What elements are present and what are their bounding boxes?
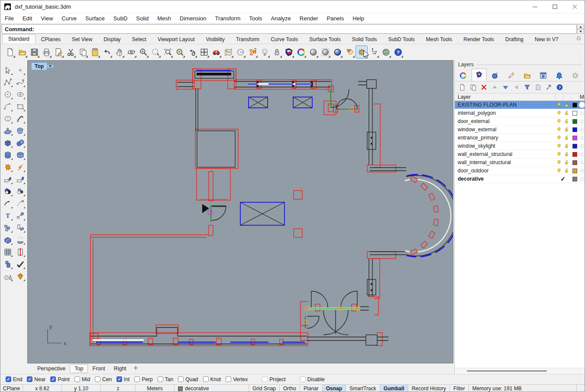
status-toggle-planar[interactable]: Planar bbox=[300, 385, 323, 392]
panel-tab-web-icon[interactable] bbox=[488, 70, 503, 81]
patch-tool-icon[interactable] bbox=[15, 125, 26, 136]
spheres-tool-icon[interactable] bbox=[15, 137, 26, 148]
freeform-tool-icon[interactable] bbox=[15, 113, 26, 124]
layer-state-icon[interactable] bbox=[246, 45, 259, 58]
point-tool-icon[interactable] bbox=[15, 65, 26, 75]
osnap-point-checkbox[interactable] bbox=[50, 376, 56, 382]
layer-row-internal-polygon[interactable]: internal_polygon bbox=[455, 109, 585, 117]
layer-color-swatch[interactable] bbox=[571, 111, 579, 116]
menu-transform[interactable]: Transform bbox=[210, 14, 245, 23]
earth-icon[interactable] bbox=[380, 45, 392, 58]
osnap-cen[interactable]: Cen bbox=[95, 376, 112, 382]
menu-subd[interactable]: SubD bbox=[109, 14, 132, 23]
layer-lock-icon[interactable] bbox=[563, 110, 571, 116]
menu-analyze[interactable]: Analyze bbox=[267, 14, 295, 23]
layer-material-icon[interactable] bbox=[579, 111, 585, 116]
lock-icon[interactable] bbox=[271, 45, 283, 58]
edit-document-icon[interactable] bbox=[52, 45, 65, 58]
toolbar-tab-subd-tools[interactable]: SubD Tools bbox=[383, 35, 420, 44]
cylinder-tool-icon[interactable] bbox=[2, 149, 13, 160]
layer-row-wall-external-structural[interactable]: wall_external_structural bbox=[455, 150, 585, 159]
osnap-mid-checkbox[interactable] bbox=[74, 376, 80, 382]
polygon-tool-icon[interactable] bbox=[2, 113, 13, 124]
sundae-icon[interactable] bbox=[343, 45, 356, 58]
menu-tools[interactable]: Tools bbox=[245, 14, 266, 23]
layer-row-window-external[interactable]: window_external bbox=[455, 126, 585, 134]
extrude-tool-icon[interactable] bbox=[15, 234, 26, 245]
toolbar-tab-visibility[interactable]: Visibility bbox=[200, 35, 230, 44]
toolbar-tab-solid-tools[interactable]: Solid Tools bbox=[346, 35, 383, 44]
osnap-tan[interactable]: Tan bbox=[158, 376, 173, 382]
fillet-tool-icon[interactable] bbox=[2, 174, 13, 185]
viewport-top[interactable]: Top bbox=[27, 60, 453, 363]
new-document-icon[interactable] bbox=[4, 45, 16, 58]
floor-plan-drawing[interactable]: y x bbox=[28, 61, 453, 363]
osnap-vertex[interactable]: Vertex bbox=[226, 376, 248, 382]
panel-tab-layers-icon[interactable] bbox=[472, 68, 487, 81]
solid-tool-icon[interactable] bbox=[2, 234, 13, 245]
viewport-tab-right[interactable]: Right bbox=[110, 365, 131, 373]
balls2-tool-icon[interactable] bbox=[15, 186, 26, 197]
menu-surface[interactable]: Surface bbox=[81, 14, 109, 23]
panel-tab-display-wheel-icon[interactable] bbox=[456, 70, 471, 81]
toolbar-tab-surface-tools[interactable]: Surface Tools bbox=[304, 35, 346, 44]
layer-color-swatch[interactable] bbox=[571, 144, 579, 149]
layer-color-swatch[interactable] bbox=[571, 103, 579, 107]
spinner-down-icon[interactable] bbox=[577, 29, 584, 34]
spark-tool-icon[interactable] bbox=[15, 162, 26, 172]
delete-layer-icon[interactable] bbox=[479, 83, 488, 92]
layer-color-swatch[interactable] bbox=[571, 152, 579, 157]
cut-icon[interactable] bbox=[65, 45, 77, 58]
polyline-tool-icon[interactable] bbox=[2, 77, 13, 87]
status-active-layer[interactable]: decorative bbox=[175, 385, 249, 392]
osnap-end-checkbox[interactable] bbox=[6, 376, 11, 382]
toolbar-tab-drafting[interactable]: Drafting bbox=[500, 35, 529, 44]
layer-lock-icon[interactable] bbox=[563, 126, 571, 133]
command-history-spinner[interactable] bbox=[577, 24, 584, 34]
layer-material-icon[interactable] bbox=[579, 127, 585, 132]
surface-tool-icon[interactable] bbox=[2, 125, 13, 136]
minimize-button[interactable] bbox=[525, 0, 545, 13]
layer-lock-icon[interactable] bbox=[563, 151, 571, 157]
toolbar-tab-display[interactable]: Display bbox=[98, 35, 126, 44]
layer-visibility-bulb-icon[interactable] bbox=[555, 118, 563, 124]
circle-center-icon[interactable] bbox=[234, 45, 246, 58]
join-tool-icon[interactable] bbox=[2, 259, 13, 269]
balls-tool-icon[interactable] bbox=[2, 186, 13, 197]
osnap-mid[interactable]: Mid bbox=[74, 376, 90, 382]
print-icon[interactable] bbox=[40, 45, 52, 58]
osnap-cen-checkbox[interactable] bbox=[95, 376, 100, 382]
undo-view-icon[interactable] bbox=[186, 45, 198, 58]
ellipse-tool-icon[interactable] bbox=[15, 89, 26, 100]
layer-material-icon[interactable] bbox=[579, 160, 585, 165]
osnap-project-checkbox[interactable] bbox=[262, 376, 268, 382]
rhino-render-icon[interactable] bbox=[283, 45, 295, 58]
panel-tab-gear-icon[interactable] bbox=[568, 70, 583, 81]
osnap-end[interactable]: End bbox=[6, 376, 22, 382]
check-tool-icon[interactable] bbox=[15, 259, 26, 269]
rectangle-tool-icon[interactable] bbox=[15, 101, 26, 112]
split-tool-icon[interactable] bbox=[15, 246, 26, 257]
layer-material-icon[interactable] bbox=[579, 144, 585, 149]
toolbar-tab-cplanes[interactable]: CPlanes bbox=[36, 35, 66, 44]
layer-lock-icon[interactable] bbox=[563, 143, 571, 149]
copy-icon[interactable] bbox=[77, 45, 89, 58]
render-sphere-icon[interactable] bbox=[307, 45, 319, 58]
layer-visibility-bulb-icon[interactable] bbox=[555, 126, 563, 133]
new-layer-icon[interactable] bbox=[457, 83, 467, 92]
status-toggle-smarttrack[interactable]: SmartTrack bbox=[346, 385, 380, 392]
grid-tool-icon[interactable] bbox=[2, 246, 13, 257]
layer-material-icon[interactable] bbox=[579, 152, 585, 157]
toolbar-tab-transform[interactable]: Transform bbox=[230, 35, 265, 44]
toolbar-tab-set-view[interactable]: Set View bbox=[66, 35, 98, 44]
add-viewport-tab-icon[interactable] bbox=[133, 366, 138, 372]
panel-tab-notifications-icon[interactable] bbox=[552, 70, 567, 81]
viewport-layout-icon[interactable] bbox=[198, 45, 210, 58]
circle-tool-icon[interactable] bbox=[2, 89, 13, 100]
osnap-point[interactable]: Point bbox=[50, 376, 69, 382]
named-view-icon[interactable] bbox=[210, 45, 222, 58]
viewport-tab-perspective[interactable]: Perspective bbox=[33, 365, 70, 373]
layer-color-swatch[interactable] bbox=[571, 177, 579, 181]
help-icon[interactable]: ? bbox=[392, 45, 404, 58]
osnap-knot[interactable]: Knot bbox=[203, 376, 221, 382]
